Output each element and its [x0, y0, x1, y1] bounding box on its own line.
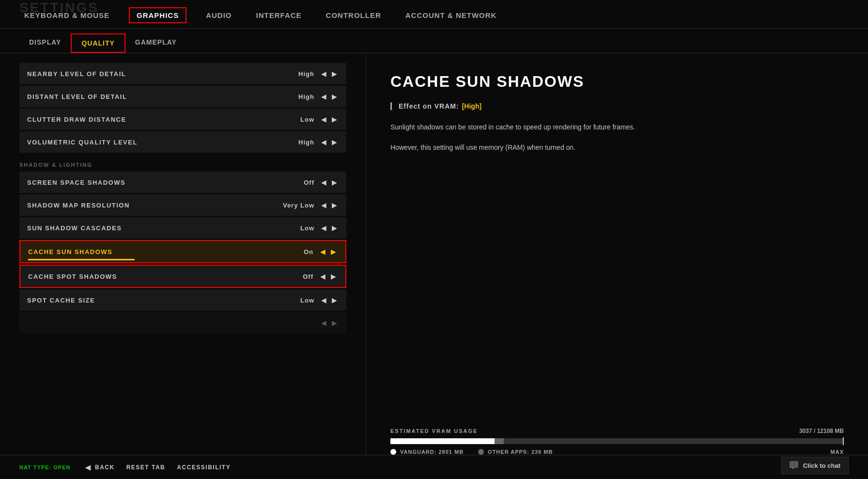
reset-tab-button[interactable]: RESET TAB — [126, 464, 166, 471]
setting-cache-sun-shadows[interactable]: CACHE SUN SHADOWS On ◀ ▶ — [19, 240, 346, 263]
value-area-shadow-map: Very Low ◀ ▶ — [276, 201, 339, 209]
setting-value-spot-cache-size: Low — [276, 297, 314, 304]
chat-label: Click to chat — [803, 462, 840, 469]
setting-value-volumetric: High — [276, 139, 314, 146]
setting-value-nearby-lod: High — [276, 70, 314, 78]
nat-value: OPEN — [53, 464, 70, 470]
chat-button[interactable]: Click to chat — [781, 457, 849, 474]
tab-quality[interactable]: Quality — [71, 33, 125, 53]
sub-tabs: Display Quality Gameplay — [0, 33, 868, 53]
nat-label: NAT TYPE: — [19, 464, 51, 470]
arrows-clutter[interactable]: ◀ ▶ — [319, 115, 339, 123]
arrow-left-volumetric[interactable]: ◀ — [319, 138, 328, 146]
setting-distant-lod[interactable]: DISTANT LEVEL OF DETAIL High ◀ ▶ — [19, 86, 346, 107]
setting-name-shadow-map: SHADOW MAP RESOLUTION — [27, 202, 130, 209]
accessibility-button[interactable]: ACCESSIBILITY — [177, 464, 231, 471]
arrows-nearby-lod[interactable]: ◀ ▶ — [319, 70, 339, 78]
vram-label: ESTIMATED VRAM USAGE — [390, 428, 478, 434]
vram-max-line — [843, 437, 844, 445]
arrow-left-sun-cascades[interactable]: ◀ — [319, 224, 328, 232]
arrow-right-sun-cascades[interactable]: ▶ — [330, 224, 339, 232]
legend-label-vanguard: VANGUARD: 2801 MB — [400, 449, 464, 455]
setting-value-clutter: Low — [276, 116, 314, 123]
arrow-right-volumetric[interactable]: ▶ — [330, 138, 339, 146]
vram-legend: VANGUARD: 2801 MB OTHER APPS: 236 MB MAX — [390, 449, 844, 455]
setting-value-distant-lod: High — [276, 93, 314, 100]
detail-title: CACHE SUN SHADOWS — [390, 73, 844, 91]
setting-name-spot-cache-size: SPOT CACHE SIZE — [27, 297, 95, 304]
tab-gameplay[interactable]: Gameplay — [125, 33, 186, 53]
nav-audio[interactable]: AUDIO — [201, 8, 236, 22]
setting-name-sun-cascades: SUN SHADOW CASCADES — [27, 224, 122, 232]
arrows-volumetric[interactable]: ◀ ▶ — [319, 138, 339, 146]
arrows-cache-spot-shadows[interactable]: ◀ ▶ — [318, 272, 338, 280]
setting-volumetric[interactable]: VOLUMETRIC QUALITY LEVEL High ◀ ▶ — [19, 131, 346, 153]
arrow-right-cache-spot[interactable]: ▶ — [329, 272, 338, 280]
setting-extra[interactable]: ◀ ▶ — [19, 312, 346, 334]
top-nav: KEYBOARD & MOUSE GRAPHICS AUDIO INTERFAC… — [0, 2, 868, 29]
arrows-extra[interactable]: ◀ ▶ — [319, 319, 339, 327]
arrow-left-clutter[interactable]: ◀ — [319, 115, 328, 123]
setting-screen-shadows[interactable]: SCREEN SPACE SHADOWS Off ◀ ▶ — [19, 172, 346, 193]
legend-dot-vanguard — [390, 449, 396, 455]
arrow-right-spot-cache[interactable]: ▶ — [330, 296, 339, 304]
vram-effect-label: Effect on VRAM: — [399, 102, 459, 110]
nav-interface[interactable]: INTERFACE — [251, 8, 307, 22]
detail-desc2: However, this setting will use memory (R… — [390, 142, 681, 154]
arrows-spot-cache-size[interactable]: ◀ ▶ — [319, 296, 339, 304]
legend-label-other: OTHER APPS: 236 MB — [488, 449, 553, 455]
vram-bar-other — [495, 438, 504, 444]
arrow-right-nearby-lod[interactable]: ▶ — [330, 70, 339, 78]
setting-spot-cache-size[interactable]: SPOT CACHE SIZE Low ◀ ▶ — [19, 289, 346, 311]
arrow-left-cache-spot[interactable]: ◀ — [318, 272, 327, 280]
arrow-right-extra[interactable]: ▶ — [330, 319, 339, 327]
settings-panel[interactable]: NEARBY LEVEL OF DETAIL High ◀ ▶ DISTANT … — [0, 53, 366, 474]
setting-name-clutter: CLUTTER DRAW DISTANCE — [27, 116, 126, 123]
vram-bar-vanguard — [390, 438, 495, 444]
arrow-right-cache-sun[interactable]: ▶ — [329, 248, 338, 255]
arrows-sun-cascades[interactable]: ◀ ▶ — [319, 224, 339, 232]
arrow-left-spot-cache[interactable]: ◀ — [319, 296, 328, 304]
svg-marker-1 — [791, 467, 793, 469]
setting-name-distant-lod: DISTANT LEVEL OF DETAIL — [27, 93, 127, 100]
detail-vram-line: Effect on VRAM: [High] — [390, 102, 844, 110]
setting-nearby-lod[interactable]: NEARBY LEVEL OF DETAIL High ◀ ▶ — [19, 63, 346, 84]
arrow-left-shadow-map[interactable]: ◀ — [319, 201, 328, 209]
nav-graphics[interactable]: GRAPHICS — [129, 7, 186, 23]
tab-display[interactable]: Display — [19, 33, 71, 53]
arrow-left-extra[interactable]: ◀ — [319, 319, 328, 327]
arrow-right-distant-lod[interactable]: ▶ — [330, 93, 339, 100]
vram-numbers: 3037 / 12108 MB — [799, 428, 844, 434]
chat-icon — [790, 461, 798, 470]
setting-name-volumetric: VOLUMETRIC QUALITY LEVEL — [27, 139, 138, 146]
setting-name-nearby-lod: NEARBY LEVEL OF DETAIL — [27, 70, 126, 78]
arrows-cache-sun-shadows[interactable]: ◀ ▶ — [318, 248, 338, 255]
setting-shadow-map[interactable]: SHADOW MAP RESOLUTION Very Low ◀ ▶ — [19, 194, 346, 216]
detail-desc1: Sunlight shadows can be stored in cache … — [390, 122, 681, 133]
nav-controller[interactable]: CONTROLLER — [321, 8, 386, 22]
setting-value-screen-shadows: Off — [276, 179, 314, 186]
value-area-clutter: Low ◀ ▶ — [276, 115, 339, 123]
arrow-left-distant-lod[interactable]: ◀ — [319, 93, 328, 100]
vram-section: ESTIMATED VRAM USAGE 3037 / 12108 MB VAN… — [390, 418, 844, 455]
arrow-left-cache-sun[interactable]: ◀ — [318, 248, 327, 255]
setting-name-screen-shadows: SCREEN SPACE SHADOWS — [27, 179, 125, 186]
arrows-shadow-map[interactable]: ◀ ▶ — [319, 201, 339, 209]
arrows-distant-lod[interactable]: ◀ ▶ — [319, 93, 339, 100]
back-button[interactable]: ◀ BACK — [85, 463, 115, 471]
setting-sun-cascades[interactable]: SUN SHADOW CASCADES Low ◀ ▶ — [19, 217, 346, 239]
arrows-screen-shadows[interactable]: ◀ ▶ — [319, 178, 339, 186]
accessibility-label: ACCESSIBILITY — [177, 464, 231, 471]
legend-dot-other — [478, 449, 484, 455]
main-layout: NEARBY LEVEL OF DETAIL High ◀ ▶ DISTANT … — [0, 53, 868, 474]
arrow-right-screen-shadows[interactable]: ▶ — [330, 178, 339, 186]
nav-account[interactable]: ACCOUNT & NETWORK — [401, 8, 502, 22]
arrow-right-clutter[interactable]: ▶ — [330, 115, 339, 123]
setting-cache-spot-shadows[interactable]: CACHE SPOT SHADOWS Off ◀ ▶ — [19, 265, 346, 288]
arrow-left-nearby-lod[interactable]: ◀ — [319, 70, 328, 78]
setting-clutter[interactable]: CLUTTER DRAW DISTANCE Low ◀ ▶ — [19, 109, 346, 130]
svg-rect-0 — [790, 462, 798, 467]
arrow-left-screen-shadows[interactable]: ◀ — [319, 178, 328, 186]
arrow-right-shadow-map[interactable]: ▶ — [330, 201, 339, 209]
value-area-cache-sun-shadows: On ◀ ▶ — [275, 248, 338, 255]
